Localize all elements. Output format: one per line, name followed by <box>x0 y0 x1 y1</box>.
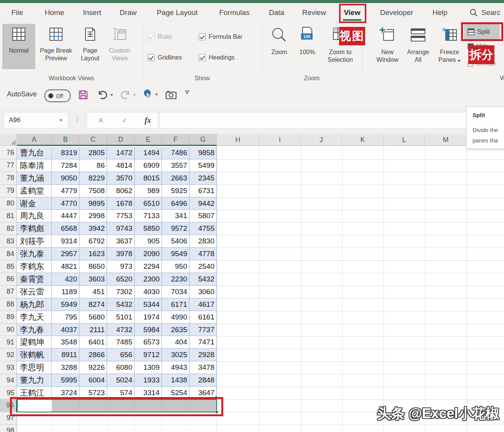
cell-F80[interactable]: 6496 <box>162 197 189 210</box>
formula-bar-checkbox[interactable] <box>199 33 206 40</box>
cancel-icon[interactable]: ✕ <box>98 116 104 125</box>
ruler-checkbox[interactable] <box>148 33 155 40</box>
cell-B91[interactable]: 3548 <box>52 336 79 349</box>
row-header-82[interactable]: 82 <box>0 222 17 235</box>
arrange-all-button[interactable]: ArrangeAll <box>404 24 433 69</box>
camera-button[interactable] <box>165 89 177 101</box>
row-header-86[interactable]: 86 <box>0 273 17 286</box>
cell-D89[interactable]: 5101 <box>107 311 135 324</box>
row-header-81[interactable]: 81 <box>0 210 17 223</box>
cell-C76[interactable]: 2805 <box>79 147 107 159</box>
cell-C79[interactable]: 7508 <box>79 185 107 197</box>
column-header-B[interactable]: B <box>52 134 79 146</box>
cell-A91[interactable]: 梁鹤坤 <box>17 336 52 349</box>
cell-F88[interactable]: 6171 <box>162 298 189 311</box>
cell-A90[interactable]: 李九春 <box>17 324 52 336</box>
cell-E80[interactable]: 6510 <box>135 197 162 210</box>
cell-F91[interactable]: 404 <box>162 336 189 349</box>
cell-C82[interactable]: 3942 <box>79 222 107 235</box>
cell-E81[interactable]: 7133 <box>135 210 162 223</box>
cell-E78[interactable]: 8015 <box>135 172 162 185</box>
cell-B90[interactable]: 4037 <box>52 324 79 336</box>
cell-B79[interactable]: 4779 <box>52 185 79 197</box>
cell-D94[interactable]: 5024 <box>107 374 135 387</box>
tab-help[interactable]: Help <box>432 3 447 22</box>
cell-B78[interactable]: 9050 <box>52 172 79 185</box>
cell-A79[interactable]: 孟鹤堂 <box>17 185 52 197</box>
tab-page-layout[interactable]: Page Layout <box>157 3 198 22</box>
cell-C91[interactable]: 6401 <box>79 336 107 349</box>
cell-D85[interactable]: 973 <box>107 260 135 273</box>
cell-A92[interactable]: 张鹤帆 <box>17 349 52 361</box>
cell-G84[interactable]: 4778 <box>189 248 217 260</box>
cell-B76[interactable]: 8319 <box>52 147 79 159</box>
zoom-100-button[interactable]: 100 100% <box>295 24 320 69</box>
cell-G90[interactable]: 7737 <box>189 324 217 336</box>
formula-input[interactable] <box>159 112 504 128</box>
cell-D86[interactable]: 6520 <box>107 273 135 286</box>
page-break-preview-button[interactable]: Page BreakPreview <box>38 24 74 69</box>
cell-G93[interactable]: 3478 <box>189 361 217 374</box>
cell-D81[interactable]: 7753 <box>107 210 135 223</box>
cell-G91[interactable]: 7471 <box>189 336 217 349</box>
cell-D76[interactable]: 1472 <box>107 147 135 159</box>
column-header-A[interactable]: A <box>17 134 52 146</box>
tab-developer[interactable]: Developer <box>380 3 413 22</box>
cell-C83[interactable]: 6792 <box>79 235 107 248</box>
cell-A82[interactable]: 李鹤彪 <box>17 222 52 235</box>
cell-B93[interactable]: 3288 <box>52 361 79 374</box>
cell-G78[interactable]: 2345 <box>189 172 217 185</box>
cell-E92[interactable]: 9712 <box>135 349 162 361</box>
cell-A76[interactable]: 曹九台 <box>17 147 52 159</box>
cell-E87[interactable]: 4030 <box>135 286 162 298</box>
cell-C77[interactable]: 86 <box>79 159 107 172</box>
cell-F87[interactable]: 7034 <box>162 286 189 298</box>
cell-G82[interactable]: 4755 <box>189 222 217 235</box>
cell-D82[interactable]: 9743 <box>107 222 135 235</box>
cell-E89[interactable]: 1974 <box>135 311 162 324</box>
touch-mode-button[interactable] <box>141 88 158 101</box>
tab-home[interactable]: Home <box>45 3 64 22</box>
cell-F90[interactable]: 2635 <box>162 324 189 336</box>
column-header-E[interactable]: E <box>135 134 162 146</box>
cell-E91[interactable]: 6573 <box>135 336 162 349</box>
cell-A78[interactable]: 董九涵 <box>17 172 52 185</box>
tab-draw[interactable]: Draw <box>120 3 137 22</box>
headings-checkbox[interactable] <box>199 54 206 61</box>
insert-function-icon[interactable]: fx <box>145 116 151 125</box>
column-header-M[interactable]: M <box>425 134 467 146</box>
row-header-79[interactable]: 79 <box>0 185 17 197</box>
cell-F82[interactable]: 9572 <box>162 222 189 235</box>
cell-E76[interactable]: 1494 <box>135 147 162 159</box>
cell-C87[interactable]: 451 <box>79 286 107 298</box>
save-button[interactable] <box>77 89 89 101</box>
customize-qat-button[interactable] <box>185 91 189 94</box>
cell-F92[interactable]: 3025 <box>162 349 189 361</box>
tab-data[interactable]: Data <box>269 3 284 22</box>
cell-E94[interactable]: 1933 <box>135 374 162 387</box>
column-header-C[interactable]: C <box>79 134 107 146</box>
cell-C92[interactable]: 2866 <box>79 349 107 361</box>
cell-C80[interactable]: 9895 <box>79 197 107 210</box>
cell-C93[interactable]: 9226 <box>79 361 107 374</box>
gridlines-checkbox[interactable] <box>148 54 155 61</box>
cell-F76[interactable]: 7486 <box>162 147 189 159</box>
cell-D83[interactable]: 3637 <box>107 235 135 248</box>
cell-F78[interactable]: 2663 <box>162 172 189 185</box>
row-header-77[interactable]: 77 <box>0 159 17 172</box>
cell-G89[interactable]: 6161 <box>189 311 217 324</box>
column-header-L[interactable]: L <box>384 134 425 146</box>
cell-C86[interactable]: 3603 <box>79 273 107 286</box>
cell-E85[interactable]: 2294 <box>135 260 162 273</box>
row-header-93[interactable]: 93 <box>0 361 17 374</box>
row-header-91[interactable]: 91 <box>0 336 17 349</box>
row-header-92[interactable]: 92 <box>0 349 17 361</box>
cell-A87[interactable]: 张云雷 <box>17 286 52 298</box>
cell-E90[interactable]: 5984 <box>135 324 162 336</box>
cell-E79[interactable]: 989 <box>135 185 162 197</box>
cell-B94[interactable]: 5995 <box>52 374 79 387</box>
cell-G86[interactable]: 5432 <box>189 273 217 286</box>
cell-G87[interactable]: 3060 <box>189 286 217 298</box>
freeze-panes-button[interactable]: ✳ FreezePanes <box>434 24 465 69</box>
cell-C81[interactable]: 2998 <box>79 210 107 223</box>
